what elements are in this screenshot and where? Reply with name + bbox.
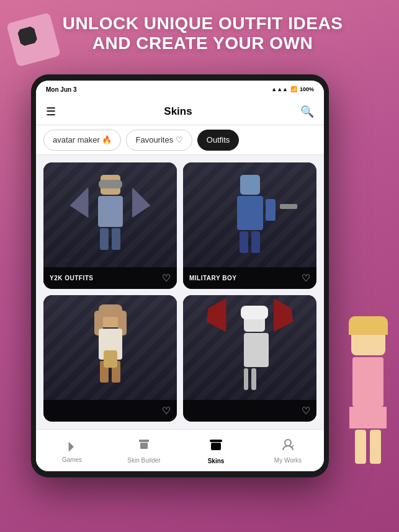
svg-rect-2 [210, 440, 222, 442]
tablet-screen: Mon Jun 3 ▲▲▲ 📶 100% ☰ Skins 🔍 avatar ma… [36, 81, 324, 471]
card-military-name: MILITARY BOY [189, 275, 236, 282]
menu-icon[interactable]: ☰ [46, 105, 56, 118]
outfit-grid: Y2K OUTFITS ♡ [36, 155, 324, 429]
battery-indicator: 100% [300, 86, 314, 92]
tab-skin-builder[interactable]: Skin Builder [108, 438, 180, 464]
military-heart-icon[interactable]: ♡ [302, 272, 310, 284]
svg-rect-0 [139, 440, 149, 442]
card-y2k[interactable]: Y2K OUTFITS ♡ [43, 162, 177, 289]
char-hair [349, 316, 388, 335]
games-label: Games [62, 456, 82, 463]
girl-heart-icon[interactable]: ♡ [162, 405, 171, 417]
mil-leg-right [251, 231, 260, 253]
military-character [225, 175, 275, 255]
svg-point-4 [285, 440, 291, 446]
status-bar: Mon Jun 3 ▲▲▲ 📶 100% [36, 81, 324, 98]
svg-rect-1 [140, 443, 148, 449]
card-military[interactable]: MILITARY BOY ♡ [183, 162, 316, 289]
skins-icon [208, 437, 223, 456]
tablet-device: Mon Jun 3 ▲▲▲ 📶 100% ☰ Skins 🔍 avatar ma… [31, 74, 329, 477]
y2k-leg-left [100, 228, 109, 250]
tab-my-works[interactable]: My Works [252, 438, 324, 464]
card-y2k-name: Y2K OUTFITS [50, 275, 94, 282]
char-leg-right [370, 430, 381, 464]
nav-title: Skins [164, 105, 192, 118]
girl-character [86, 308, 135, 388]
demon-character [225, 304, 275, 391]
headline-section: UNLOCK UNIQUE OUTFIT IDEAS AND CREATE YO… [0, 14, 399, 53]
y2k-legs [86, 228, 135, 250]
card-demon-image [183, 295, 316, 400]
demon-heart-icon[interactable]: ♡ [302, 405, 310, 417]
games-icon: ⏵ [65, 438, 79, 454]
demon-head [244, 311, 265, 332]
tab-bar: ⏵ Games Skin Builder [36, 429, 324, 471]
demon-hair [241, 306, 268, 319]
char-body [352, 357, 383, 407]
card-y2k-label: Y2K OUTFITS ♡ [43, 267, 177, 289]
wifi-icon: 📶 [290, 86, 297, 92]
y2k-leg-right [112, 228, 120, 250]
status-icons: ▲▲▲ 📶 100% [271, 86, 314, 92]
tab-skins[interactable]: Skins [180, 437, 252, 464]
mil-head [240, 175, 260, 195]
girl-backpack [104, 350, 117, 368]
filter-favourites[interactable]: Favourites ♡ [126, 130, 192, 151]
tab-games[interactable]: ⏵ Games [36, 438, 108, 463]
mil-legs [225, 231, 275, 253]
demon-body [244, 333, 269, 367]
char-head [351, 321, 385, 355]
filter-outfits[interactable]: Outfits [197, 130, 240, 151]
character-decoration-right [331, 321, 399, 495]
headline-text: UNLOCK UNIQUE OUTFIT IDEAS AND CREATE YO… [56, 14, 349, 53]
y2k-goggles [99, 180, 122, 188]
y2k-body [98, 196, 123, 227]
y2k-head [101, 175, 120, 195]
skin-builder-icon [137, 438, 151, 455]
filter-row: avatar maker 🔥 Favourites ♡ Outfits [36, 125, 324, 155]
card-military-label: MILITARY BOY ♡ [183, 267, 316, 289]
mil-leg-left [240, 231, 248, 253]
filter-avatar-maker[interactable]: avatar maker 🔥 [43, 130, 121, 151]
girl-head [101, 308, 120, 327]
y2k-character [86, 175, 135, 255]
svg-rect-3 [211, 443, 221, 450]
demon-legs [244, 368, 256, 390]
y2k-heart-icon[interactable]: ♡ [162, 272, 171, 284]
card-girl-label: ♡ [43, 400, 177, 422]
skins-label: Skins [208, 458, 225, 464]
mil-body [237, 196, 263, 230]
search-icon[interactable]: 🔍 [300, 105, 314, 118]
char-leg-left [355, 430, 366, 464]
demon-leg-left [244, 368, 249, 390]
signal-icon: ▲▲▲ [271, 86, 288, 92]
card-military-image [183, 162, 316, 267]
card-girl-image [43, 295, 177, 400]
mil-gun [280, 204, 297, 209]
my-works-label: My Works [274, 457, 302, 464]
card-y2k-image [43, 162, 177, 267]
my-works-icon [281, 438, 295, 455]
card-demon[interactable]: ♡ [183, 295, 316, 422]
card-demon-label: ♡ [183, 400, 316, 422]
card-girl[interactable]: ♡ [43, 295, 177, 422]
status-time: Mon Jun 3 [46, 86, 76, 93]
mil-arm [266, 199, 276, 221]
skin-builder-label: Skin Builder [127, 457, 160, 464]
char-legs [331, 430, 399, 464]
char-skirt [349, 407, 387, 428]
nav-bar: ☰ Skins 🔍 [36, 98, 324, 125]
demon-leg-right [251, 368, 256, 390]
